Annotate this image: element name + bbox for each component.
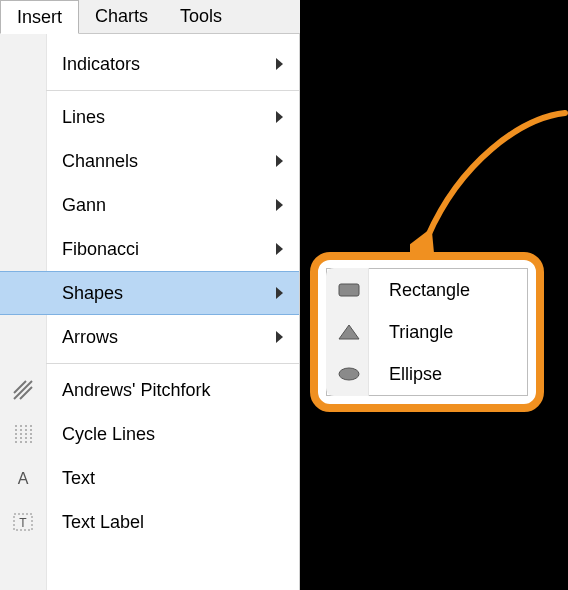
menu-separator — [46, 363, 299, 364]
submenu-arrow-icon — [276, 243, 283, 255]
menu-item-label: Lines — [62, 107, 105, 128]
menu-item-label: Gann — [62, 195, 106, 216]
ellipse-icon — [327, 353, 371, 395]
submenu-arrow-icon — [276, 58, 283, 70]
submenu-arrow-icon — [276, 199, 283, 211]
menu-item-text-label[interactable]: T Text Label — [0, 500, 299, 544]
menu-item-fibonacci[interactable]: Fibonacci — [0, 227, 299, 271]
stage: Insert Charts Tools Indicators Lines Cha… — [0, 0, 568, 590]
menu-item-gann[interactable]: Gann — [0, 183, 299, 227]
menubar-item-label: Tools — [180, 6, 222, 27]
submenu-item-rectangle[interactable]: Rectangle — [327, 269, 527, 311]
submenu-arrow-icon — [276, 155, 283, 167]
menu-item-cycle-lines[interactable]: Cycle Lines — [0, 412, 299, 456]
menu-item-label: Channels — [62, 151, 138, 172]
svg-rect-10 — [339, 284, 359, 296]
annotation-arrow-icon — [410, 108, 568, 258]
menu-item-arrows[interactable]: Arrows — [0, 315, 299, 359]
svg-marker-11 — [339, 325, 359, 339]
svg-text:A: A — [18, 470, 29, 487]
pitchfork-icon — [0, 368, 46, 412]
menu-item-label: Text Label — [62, 512, 144, 533]
svg-text:T: T — [19, 516, 27, 530]
menubar-item-tools[interactable]: Tools — [164, 0, 238, 33]
menu-item-andrews-pitchfork[interactable]: Andrews' Pitchfork — [0, 368, 299, 412]
menu-item-label: Text — [62, 468, 95, 489]
menubar: Insert Charts Tools — [0, 0, 300, 34]
menu-item-indicators[interactable]: Indicators — [0, 42, 299, 86]
menu-item-label: Cycle Lines — [62, 424, 155, 445]
submenu-item-ellipse[interactable]: Ellipse — [327, 353, 527, 395]
menu-item-lines[interactable]: Lines — [0, 95, 299, 139]
submenu-item-label: Triangle — [389, 322, 453, 343]
shapes-submenu: Rectangle Triangle Ellipse — [310, 252, 544, 412]
submenu-arrow-icon — [276, 331, 283, 343]
rectangle-icon — [327, 269, 371, 311]
triangle-icon — [327, 311, 371, 353]
submenu-inner: Rectangle Triangle Ellipse — [326, 268, 528, 396]
cycle-lines-icon — [0, 412, 46, 456]
submenu-arrow-icon — [276, 287, 283, 299]
svg-line-2 — [20, 387, 32, 399]
menu-item-label: Arrows — [62, 327, 118, 348]
menu-item-label: Fibonacci — [62, 239, 139, 260]
menu-item-text[interactable]: A Text — [0, 456, 299, 500]
insert-dropdown: Indicators Lines Channels Gann Fibonacci — [0, 34, 300, 590]
menu-item-channels[interactable]: Channels — [0, 139, 299, 183]
menu-item-shapes[interactable]: Shapes — [0, 271, 299, 315]
submenu-item-label: Ellipse — [389, 364, 442, 385]
dropdown-list: Indicators Lines Channels Gann Fibonacci — [0, 34, 299, 544]
text-a-icon: A — [0, 456, 46, 500]
menu-item-label: Shapes — [62, 283, 123, 304]
menu-item-label: Andrews' Pitchfork — [62, 380, 211, 401]
text-label-icon: T — [0, 500, 46, 544]
submenu-arrow-icon — [276, 111, 283, 123]
submenu-item-label: Rectangle — [389, 280, 470, 301]
svg-point-12 — [339, 368, 359, 380]
menu-item-label: Indicators — [62, 54, 140, 75]
menubar-item-insert[interactable]: Insert — [0, 0, 79, 34]
menubar-item-charts[interactable]: Charts — [79, 0, 164, 33]
menubar-item-label: Charts — [95, 6, 148, 27]
svg-line-1 — [14, 381, 26, 393]
menu-separator — [46, 90, 299, 91]
menubar-item-label: Insert — [17, 7, 62, 28]
submenu-item-triangle[interactable]: Triangle — [327, 311, 527, 353]
